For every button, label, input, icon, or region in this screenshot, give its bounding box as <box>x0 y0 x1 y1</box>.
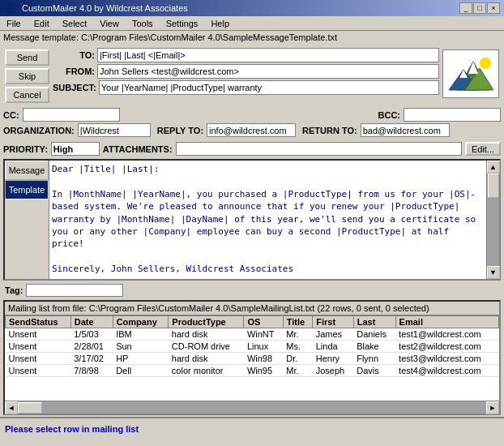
title-bar: CustomMailer 4.0 by Wildcrest Associates… <box>0 0 504 16</box>
attachments-input[interactable] <box>176 142 462 156</box>
menu-help[interactable]: Help <box>207 18 233 29</box>
scroll-up-arrow[interactable]: ▲ <box>487 161 500 174</box>
menu-tools[interactable]: Tools <box>129 18 156 29</box>
tag-row: Tag: <box>0 282 504 298</box>
table-cell: Unsent <box>6 353 71 365</box>
table-cell: IBM <box>113 328 169 341</box>
priority-label: PRIORITY: <box>3 144 48 154</box>
scroll-track <box>487 174 499 266</box>
editor-scrollbar[interactable]: ▲ ▼ <box>486 161 499 279</box>
cancel-button[interactable]: Cancel <box>5 87 49 103</box>
return-input[interactable] <box>361 123 450 137</box>
edit-button[interactable]: Edit... <box>465 142 501 156</box>
table-cell: Flynn <box>353 353 395 365</box>
table-cell: Mr. <box>283 365 312 377</box>
tab-message[interactable]: Message <box>5 161 49 180</box>
mountain-logo-svg <box>449 54 493 94</box>
title-bar-controls[interactable]: _ □ × <box>459 2 500 14</box>
table-cell: Sun <box>113 341 169 353</box>
table-cell: Unsent <box>6 328 71 341</box>
table-cell: Win95 <box>244 365 283 377</box>
address-fields: TO: FROM: SUBJECT: <box>53 48 439 105</box>
from-input[interactable] <box>97 64 439 79</box>
subject-row: SUBJECT: <box>53 80 439 95</box>
scroll-left-arrow[interactable]: ◄ <box>5 401 18 414</box>
table-cell: Henry <box>313 353 354 365</box>
app-icon <box>4 2 15 14</box>
table-row[interactable]: Unsent2/28/01SunCD-ROM driveLinuxMs.Lind… <box>6 341 499 353</box>
col-last: Last <box>353 316 395 328</box>
col-os: OS <box>244 316 283 328</box>
table-row[interactable]: Unsent1/5/03IBMhard diskWinNTMr.JamesDan… <box>6 328 499 341</box>
title-bar-left: CustomMailer 4.0 by Wildcrest Associates <box>4 2 188 14</box>
scroll-right-arrow[interactable]: ► <box>486 401 499 414</box>
bcc-input[interactable] <box>404 108 501 122</box>
menu-view[interactable]: View <box>96 18 122 29</box>
table-row[interactable]: Unsent3/17/02HPhard diskWin98Dr.HenryFly… <box>6 353 499 365</box>
from-row: FROM: <box>53 64 439 79</box>
tag-input[interactable] <box>26 284 123 297</box>
cc-input[interactable] <box>23 108 120 122</box>
subject-input[interactable] <box>99 80 439 95</box>
template-file-row: Message template: C:\Program Files\Custo… <box>0 31 504 44</box>
menu-file[interactable]: File <box>3 18 24 29</box>
attachments-label: ATTACHMENTS: <box>103 144 173 154</box>
table-cell: hard disk <box>169 353 244 365</box>
editor-content[interactable]: Dear |Title| |Last|: In |MonthName| |Yea… <box>49 161 486 279</box>
tag-label: Tag: <box>5 285 23 295</box>
table-cell: Ms. <box>283 341 312 353</box>
table-cell: Unsent <box>6 341 71 353</box>
cc-label: CC: <box>3 110 19 120</box>
org-reply-return-row: ORGANIZATION: REPLY TO: RETURN TO: <box>3 123 501 137</box>
menu-edit[interactable]: Edit <box>31 18 53 29</box>
table-cell: test3@wildcrest.com <box>395 353 498 365</box>
table-cell: Mr. <box>283 328 312 341</box>
tab-column: Message Template <box>5 161 49 279</box>
hscroll-thumb[interactable] <box>18 402 42 414</box>
menu-settings[interactable]: Settings <box>163 18 202 29</box>
template-file-text: Message template: C:\Program Files\Custo… <box>3 32 337 42</box>
table-cell: Joseph <box>313 365 354 377</box>
to-input[interactable] <box>97 48 439 62</box>
table-cell: Dr. <box>283 353 312 365</box>
send-button[interactable]: Send <box>5 49 49 66</box>
scroll-down-arrow[interactable]: ▼ <box>487 266 500 279</box>
table-cell: WinNT <box>244 328 283 341</box>
tab-template[interactable]: Template <box>5 180 49 199</box>
col-date: Date <box>70 316 113 328</box>
table-cell: CD-ROM drive <box>169 341 244 353</box>
mailing-list-section: Mailing list from file: C:\Program Files… <box>3 300 501 415</box>
status-bar: Please select row in mailing list <box>0 417 504 440</box>
table-header: SendStatus Date Company ProductType OS T… <box>6 316 499 328</box>
hscroll-track <box>18 401 486 414</box>
table-cell: Daniels <box>353 328 395 341</box>
table-cell: 3/17/02 <box>70 353 113 365</box>
mailing-list-header: Mailing list from file: C:\Program Files… <box>5 302 499 315</box>
scroll-thumb[interactable] <box>488 174 499 198</box>
skip-button[interactable]: Skip <box>5 68 49 84</box>
status-message: Please select row in mailing list <box>5 424 139 434</box>
close-button[interactable]: × <box>487 2 500 14</box>
extended-fields: CC: BCC: ORGANIZATION: REPLY TO: RETURN … <box>0 106 504 140</box>
minimize-button[interactable]: _ <box>459 2 472 14</box>
table-row[interactable]: Unsent7/8/98Dellcolor monitorWin95Mr.Jos… <box>6 365 499 377</box>
table-cell: test2@wildcrest.com <box>395 341 498 353</box>
reply-input[interactable] <box>207 123 296 137</box>
priority-input[interactable] <box>51 142 100 156</box>
priority-attachments-row: PRIORITY: ATTACHMENTS: Edit... <box>0 140 504 157</box>
to-row: TO: <box>53 48 439 62</box>
cc-bcc-row: CC: BCC: <box>3 108 501 122</box>
horizontal-scrollbar[interactable]: ◄ ► <box>5 401 499 414</box>
table-cell: 2/28/01 <box>70 341 113 353</box>
col-first: First <box>313 316 354 328</box>
to-label: TO: <box>53 50 97 60</box>
table-cell: Linda <box>313 341 354 353</box>
col-title: Title <box>283 316 312 328</box>
org-input[interactable] <box>78 123 151 137</box>
col-company: Company <box>113 316 169 328</box>
table-cell: Linux <box>244 341 283 353</box>
table-cell: 1/5/03 <box>70 328 113 341</box>
maximize-button[interactable]: □ <box>473 2 486 14</box>
menu-select[interactable]: Select <box>59 18 91 29</box>
col-producttype: ProductType <box>169 316 244 328</box>
